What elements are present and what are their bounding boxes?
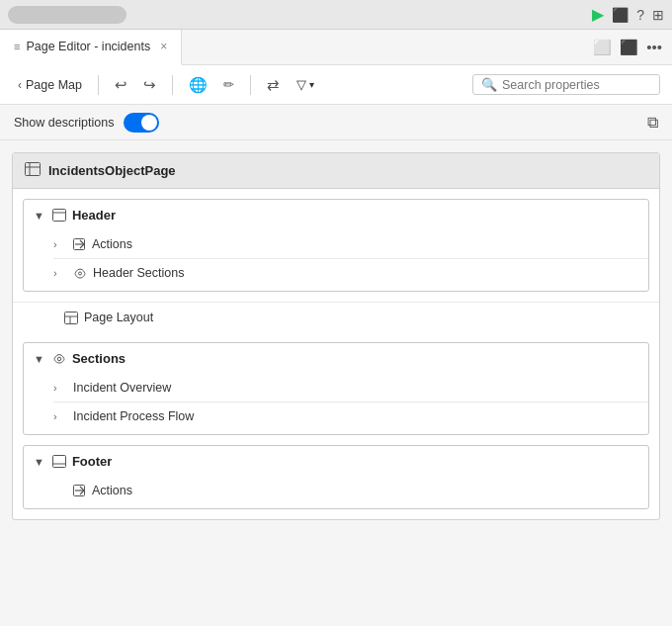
sections-children: › Incident Overview › Incident Process F…	[24, 374, 648, 434]
header-icon	[52, 209, 66, 222]
svg-rect-12	[52, 456, 65, 468]
incident-process-flow-expand-icon: ›	[53, 410, 67, 422]
layout-columns-icon[interactable]: ⬛	[620, 39, 638, 56]
sections-collapse-icon: ▼	[34, 353, 44, 365]
undo-icon: ↩	[115, 76, 127, 94]
header-section-block: ▼ Header › Actions ›	[23, 199, 649, 292]
grid-icon[interactable]: ⊞	[652, 7, 664, 23]
pen-button[interactable]: ✏	[217, 74, 240, 95]
header-section-header[interactable]: ▼ Header	[24, 200, 648, 230]
search-box[interactable]: 🔍	[472, 74, 660, 95]
incident-process-flow-label: Incident Process Flow	[73, 409, 194, 423]
show-descriptions-toggle[interactable]	[124, 113, 159, 133]
tab-label: Page Editor - incidents	[26, 40, 150, 53]
layout-split-icon[interactable]: ⬜	[593, 39, 612, 56]
page-editor-tab[interactable]: ≡ Page Editor - incidents ×	[0, 30, 182, 65]
footer-actions-label: Actions	[92, 484, 132, 497]
footer-section-block: ▼ Footer › Actions	[23, 445, 649, 509]
svg-point-11	[57, 357, 61, 361]
title-bar-left	[8, 6, 126, 24]
header-sections-item[interactable]: › Header Sections	[53, 258, 648, 287]
sections-section-block: ▼ Sections › Incident Overview › Inciden…	[23, 342, 649, 435]
undo-button[interactable]: ↩	[109, 73, 133, 97]
footer-section-header[interactable]: ▼ Footer	[24, 446, 648, 477]
svg-rect-8	[65, 312, 78, 323]
tree-root: IncidentsObjectPage ▼ Header ›	[12, 152, 660, 520]
footer-icon	[52, 455, 66, 468]
toolbar-separator-3	[250, 75, 251, 95]
header-sections-icon	[73, 267, 87, 280]
search-input[interactable]	[502, 78, 651, 92]
root-item[interactable]: IncidentsObjectPage	[13, 153, 659, 189]
incident-process-flow-item[interactable]: › Incident Process Flow	[53, 402, 648, 430]
actions-item[interactable]: › Actions	[53, 230, 648, 258]
incident-overview-label: Incident Overview	[73, 381, 171, 395]
toolbar-separator-1	[98, 75, 99, 95]
actions-label: Actions	[92, 237, 132, 251]
root-label: IncidentsObjectPage	[48, 163, 176, 178]
footer-actions-icon	[73, 485, 86, 497]
footer-label: Footer	[72, 454, 112, 469]
header-collapse-icon: ▼	[34, 210, 44, 222]
page-map-label: Page Map	[26, 78, 82, 92]
description-bar: Show descriptions ⧉	[0, 105, 672, 140]
actions-icon	[73, 238, 86, 251]
actions-expand-icon: ›	[53, 238, 67, 250]
more-options-icon[interactable]: •••	[646, 39, 662, 55]
svg-rect-0	[26, 163, 41, 176]
toolbar: ‹ Page Map ↩ ↪ 🌐 ✏ ⇄ ▽ ▾ 🔍	[0, 65, 672, 105]
page-layout-label: Page Layout	[84, 311, 153, 324]
tab-bar-right: ⬜ ⬛ •••	[593, 39, 672, 56]
title-bar-pill	[8, 6, 126, 24]
play-icon[interactable]: ▶	[592, 5, 604, 24]
search-icon: 🔍	[481, 77, 497, 92]
filter-dropdown-icon: ▾	[309, 79, 314, 90]
switch-button[interactable]: ⇄	[261, 73, 286, 97]
page-map-button[interactable]: ‹ Page Map	[12, 75, 88, 95]
stop-icon[interactable]: ⬛	[612, 7, 629, 23]
footer-children: › Actions	[24, 477, 648, 508]
header-sections-label: Header Sections	[93, 266, 184, 280]
back-icon: ‹	[18, 78, 22, 92]
sections-icon	[52, 352, 66, 366]
sections-label: Sections	[72, 351, 126, 366]
tab-bar-left: ≡ Page Editor - incidents ×	[0, 30, 182, 65]
header-children: › Actions › Header Sections	[24, 230, 648, 291]
sections-section-header[interactable]: ▼ Sections	[24, 343, 648, 374]
show-descriptions-label: Show descriptions	[14, 116, 114, 130]
title-bar: ▶ ⬛ ? ⊞	[0, 0, 672, 30]
switch-icon: ⇄	[267, 76, 280, 94]
svg-rect-3	[52, 210, 65, 222]
help-icon[interactable]: ?	[636, 7, 644, 23]
title-bar-controls: ▶ ⬛ ? ⊞	[592, 5, 664, 24]
page-layout-icon	[64, 312, 78, 324]
incident-overview-expand-icon: ›	[53, 382, 67, 394]
header-label: Header	[72, 208, 116, 223]
filter-icon: ▽	[296, 77, 306, 92]
tab-menu-icon: ≡	[14, 41, 20, 52]
main-content: IncidentsObjectPage ▼ Header ›	[0, 140, 672, 626]
root-table-icon	[25, 162, 41, 179]
footer-collapse-icon: ▼	[34, 456, 44, 468]
pen-icon: ✏	[223, 77, 234, 92]
tab-close-button[interactable]: ×	[160, 40, 167, 53]
svg-point-7	[79, 272, 82, 275]
tab-bar: ≡ Page Editor - incidents × ⬜ ⬛ •••	[0, 30, 672, 65]
toolbar-separator-2	[172, 75, 173, 95]
redo-icon: ↪	[143, 76, 156, 94]
globe-icon: 🌐	[189, 76, 208, 94]
header-sections-expand-icon: ›	[53, 267, 67, 279]
filter-button[interactable]: ▽ ▾	[290, 74, 321, 95]
split-view-icon[interactable]: ⧉	[647, 114, 658, 132]
footer-actions-item[interactable]: › Actions	[53, 477, 648, 504]
page-layout-item[interactable]: Page Layout	[13, 302, 659, 332]
redo-button[interactable]: ↪	[137, 73, 162, 97]
globe-button[interactable]: 🌐	[183, 73, 213, 97]
incident-overview-item[interactable]: › Incident Overview	[53, 374, 648, 402]
